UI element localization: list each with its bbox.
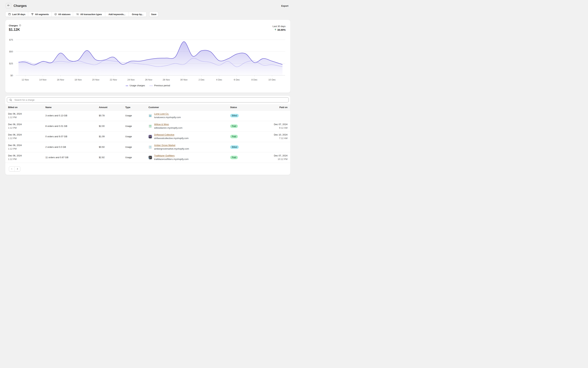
info-icon[interactable] — [19, 24, 21, 27]
filter-all-transaction-types[interactable]: All transaction types — [73, 12, 105, 17]
svg-text:2 Dec: 2 Dec — [198, 78, 204, 81]
svg-text:14 Nov: 14 Nov — [39, 78, 47, 81]
chart-change: 38.89% — [274, 28, 286, 31]
filter-all-segments[interactable]: All segments — [28, 12, 52, 17]
svg-text:26 Nov: 26 Nov — [145, 78, 152, 81]
table-row[interactable]: Dec 06, 2024 1:12 PM 3 orders and 0.13 G… — [5, 110, 290, 121]
table-header: Billed onNameAmountTypeCustomerStatusPai… — [5, 104, 290, 110]
cell-customer: Driftwood Collective driftwoodcollective… — [146, 133, 227, 140]
cell-amount: $1.09 — [96, 135, 123, 138]
cell-billed-on: Dec 06, 2024 1:12 PM — [5, 144, 43, 151]
cell-type: Usage — [123, 145, 146, 149]
svg-text:10 Dec: 10 Dec — [269, 78, 276, 81]
legend-item-solid: Usage charges — [126, 84, 145, 87]
calendar-icon — [8, 13, 11, 16]
column-header-paid-on: Paid on — [254, 106, 290, 109]
table-row[interactable]: Dec 06, 2024 1:12 PM 8 orders and 0.01 G… — [5, 121, 290, 132]
cell-billed-on: Dec 06, 2024 1:12 PM — [5, 112, 43, 119]
customer-link[interactable]: Driftwood Collective — [154, 133, 174, 136]
cell-customer: Trailblazer Outfitters trailblazeroutfit… — [146, 154, 227, 161]
chart-legend: Usage chargesPrevious period — [5, 84, 290, 87]
svg-text:20 Nov: 20 Nov — [92, 78, 100, 81]
svg-text:16 Nov: 16 Nov — [57, 78, 64, 81]
chart-period-label: Last 30 days — [272, 25, 286, 28]
legend-solid-swatch — [126, 84, 128, 87]
cell-customer: Willow & Wren willow&wren.myshopify.com — [146, 123, 227, 130]
svg-text:$75: $75 — [9, 38, 13, 41]
status-badge: Billed — [230, 114, 239, 117]
filter-label: Last 30 days — [12, 13, 25, 16]
cell-amount: $2.92 — [96, 156, 123, 159]
legend-label: Usage charges — [130, 84, 145, 87]
customer-link[interactable]: Willow & Wren — [154, 123, 169, 126]
chart-change-percent: 38.89% — [277, 28, 286, 31]
funnel-icon — [31, 13, 34, 16]
svg-text:$50: $50 — [9, 50, 13, 53]
column-header-type: Type — [123, 106, 146, 109]
cell-paid-on: Dec 07, 2024 10:12 PM — [254, 154, 290, 161]
cell-name: 11 orders and 0.67 GB — [43, 156, 96, 159]
customer-domain: trailblazeroutfitters.myshopify.com — [154, 157, 189, 161]
table-row[interactable]: Dec 06, 2024 1:12 PM 0 orders and 9.07 G… — [5, 131, 290, 142]
customer-avatar — [148, 145, 152, 149]
table-row[interactable]: Dec 06, 2024 1:12 PM 11 orders and 0.67 … — [5, 152, 290, 163]
search-icon — [9, 99, 12, 101]
svg-text:24 Nov: 24 Nov — [127, 78, 135, 81]
filter-label: Group by... — [132, 13, 143, 16]
cell-status: Paid — [227, 135, 254, 138]
cell-billed-on: Dec 06, 2024 1:12 PM — [5, 154, 43, 161]
filter-label: Add keywords... — [108, 13, 125, 16]
cell-status: Paid — [227, 124, 254, 128]
customer-avatar — [148, 156, 152, 159]
legend-label: Previous period — [154, 84, 170, 87]
filter-add-keywords[interactable]: Add keywords... — [105, 12, 129, 17]
cell-type: Usage — [123, 124, 146, 128]
table-row[interactable]: Dec 06, 2024 1:12 PM 2 orders and 0.0 GB… — [5, 142, 290, 153]
customer-avatar — [148, 124, 152, 128]
svg-text:$25: $25 — [9, 62, 13, 65]
cell-paid-on: Dec 07, 2024 9:12 AM — [254, 123, 290, 130]
legend-item-dotted: Previous period — [150, 84, 170, 87]
chevron-left-icon — [11, 167, 13, 171]
charges-chart-card: $0$25$50$7512 Nov14 Nov16 Nov18 Nov20 No… — [5, 20, 290, 93]
column-header-billed-on: Billed on — [5, 106, 43, 109]
svg-text:30 Nov: 30 Nov — [180, 78, 188, 81]
column-header-name: Name — [43, 106, 96, 109]
customer-domain: ambergrovemarket.myshopify.com — [154, 147, 189, 151]
svg-text:4 Dec: 4 Dec — [216, 78, 222, 81]
filter-group-by[interactable]: Group by... — [129, 12, 146, 17]
svg-text:12 Nov: 12 Nov — [22, 78, 29, 81]
previous-page-button[interactable] — [9, 167, 15, 171]
cell-amount: $2.00 — [96, 124, 123, 128]
cell-name: 2 orders and 0.0 GB — [43, 145, 96, 149]
chevron-right-icon — [16, 167, 19, 171]
search-box — [7, 97, 289, 102]
arrow-up-icon — [274, 28, 277, 31]
filter-last-30-days[interactable]: Last 30 days — [5, 12, 28, 17]
filter-bar: Last 30 daysAll segmentsAll statusesAll … — [5, 12, 146, 17]
export-button[interactable]: Export — [281, 4, 288, 7]
cell-status: Billed — [227, 145, 254, 149]
customer-domain: willow&wren.myshopify.com — [154, 126, 183, 130]
cell-billed-on: Dec 06, 2024 1:12 PM — [5, 133, 43, 140]
cell-name: 8 orders and 0.01 GB — [43, 124, 96, 128]
filter-label: All segments — [35, 13, 49, 16]
cell-billed-on: Dec 06, 2024 1:12 PM — [5, 123, 43, 130]
filter-all-statuses[interactable]: All statuses — [52, 12, 73, 17]
customer-link[interactable]: Amber Grove Market — [154, 144, 175, 147]
area-chart: $0$25$50$7512 Nov14 Nov16 Nov18 Nov20 No… — [5, 20, 290, 93]
cell-amount: $0.50 — [96, 145, 123, 149]
search-input[interactable] — [12, 98, 289, 102]
cell-name: 0 orders and 9.07 GB — [43, 135, 96, 138]
next-page-button[interactable] — [15, 167, 20, 171]
customer-avatar — [148, 135, 152, 138]
cell-amount: $0.78 — [96, 114, 123, 117]
legend-dotted-swatch — [150, 84, 153, 87]
save-button[interactable]: Save — [149, 12, 158, 17]
customer-link[interactable]: Luna Luxe Co. — [154, 112, 169, 115]
customer-link[interactable]: Trailblazer Outfitters — [154, 154, 175, 157]
customer-avatar — [148, 114, 152, 117]
back-button[interactable] — [6, 3, 11, 9]
status-badge: Paid — [230, 135, 238, 138]
column-header-status: Status — [227, 106, 254, 109]
